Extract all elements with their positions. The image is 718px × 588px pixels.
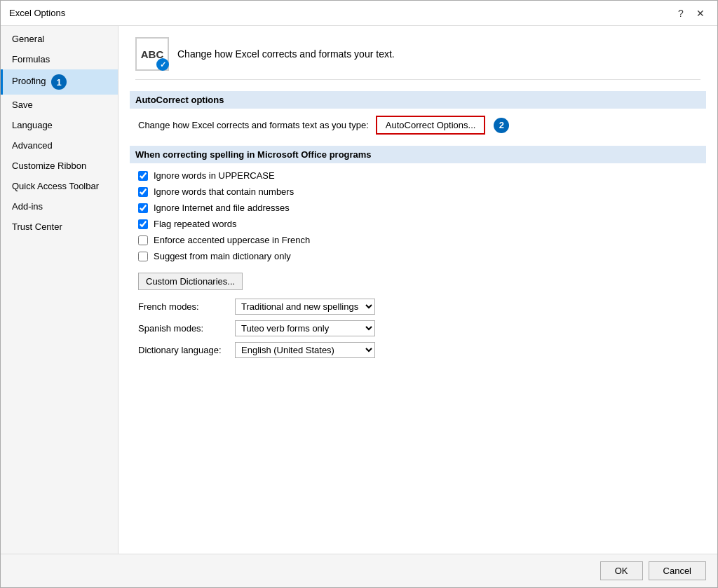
spelling-section-body: Ignore words in UPPERCASE Ignore words t… (135, 170, 700, 358)
excel-options-dialog: Excel Options ? ✕ General Formulas Proof… (0, 0, 718, 588)
help-button[interactable]: ? (672, 5, 689, 22)
checkbox-uppercase-label: Ignore words in UPPERCASE (154, 170, 275, 181)
spelling-section-header: When correcting spelling in Microsoft Of… (130, 146, 706, 163)
checkbox-numbers: Ignore words that contain numbers (138, 186, 698, 197)
autocorrect-row: Change how Excel corrects and formats te… (138, 116, 698, 135)
autocorrect-section-header: AutoCorrect options (130, 91, 706, 109)
dialog-title: Excel Options (9, 8, 65, 18)
dictionary-language-select[interactable]: English (United States) English (United … (235, 342, 375, 358)
proofing-badge: 1 (51, 74, 67, 90)
sidebar-item-save[interactable]: Save (1, 95, 118, 115)
french-modes-select[interactable]: Traditional and new spellings Traditiona… (235, 299, 375, 315)
custom-dictionaries-button[interactable]: Custom Dictionaries... (138, 273, 243, 290)
checkbox-uppercase-input[interactable] (138, 171, 148, 181)
main-content: General Formulas Proofing 1 Save Languag… (1, 26, 717, 554)
sidebar-item-general[interactable]: General (1, 29, 118, 49)
spanish-modes-row: Spanish modes: Tuteo verb forms only Vos… (138, 320, 698, 336)
spanish-modes-label: Spanish modes: (138, 323, 229, 334)
checkbox-dictionary-input[interactable] (138, 252, 148, 261)
sidebar-item-formulas[interactable]: Formulas (1, 49, 118, 69)
checkbox-uppercase: Ignore words in UPPERCASE (138, 170, 698, 181)
sidebar-item-advanced[interactable]: Advanced (1, 135, 118, 156)
checkbox-internet-input[interactable] (138, 203, 148, 213)
checkbox-repeated-input[interactable] (138, 219, 148, 229)
dictionary-language-label: Dictionary language: (138, 345, 229, 355)
checkbox-dictionary: Suggest from main dictionary only (138, 251, 698, 261)
sidebar-item-language[interactable]: Language (1, 115, 118, 135)
checkbox-internet: Ignore Internet and file addresses (138, 203, 698, 213)
sidebar-item-proofing[interactable]: Proofing 1 (1, 69, 118, 95)
content-header: ABC ✓ Change how Excel corrects and form… (135, 37, 700, 80)
abc-check-icon: ✓ (156, 58, 169, 71)
checkbox-repeated-label: Flag repeated words (154, 219, 237, 229)
french-modes-row: French modes: Traditional and new spelli… (138, 299, 698, 315)
abc-icon: ABC ✓ (135, 37, 169, 71)
sidebar-item-trust-center[interactable]: Trust Center (1, 217, 118, 237)
autocorrect-section-body: Change how Excel corrects and formats te… (135, 116, 700, 135)
title-bar-buttons: ? ✕ (672, 5, 709, 22)
checkbox-french-label: Enforce accented uppercase in French (154, 235, 310, 245)
dictionary-language-row: Dictionary language: English (United Sta… (138, 342, 698, 358)
sidebar: General Formulas Proofing 1 Save Languag… (1, 26, 118, 554)
content-panel: ABC ✓ Change how Excel corrects and form… (118, 26, 717, 554)
checkbox-french-input[interactable] (138, 235, 148, 245)
autocorrect-badge: 2 (494, 118, 509, 133)
content-header-text: Change how Excel corrects and formats yo… (177, 48, 395, 60)
autocorrect-label: Change how Excel corrects and formats te… (138, 120, 369, 130)
ok-button[interactable]: OK (600, 561, 643, 580)
close-button[interactable]: ✕ (692, 5, 709, 22)
checkbox-french: Enforce accented uppercase in French (138, 235, 698, 245)
checkbox-repeated: Flag repeated words (138, 219, 698, 229)
checkbox-numbers-label: Ignore words that contain numbers (154, 186, 294, 197)
checkbox-dictionary-label: Suggest from main dictionary only (154, 251, 291, 261)
sidebar-item-quick-access-toolbar[interactable]: Quick Access Toolbar (1, 176, 118, 196)
checkbox-internet-label: Ignore Internet and file addresses (154, 203, 290, 213)
sidebar-item-customize-ribbon[interactable]: Customize Ribbon (1, 156, 118, 176)
sidebar-item-add-ins[interactable]: Add-ins (1, 196, 118, 217)
cancel-button[interactable]: Cancel (649, 561, 706, 580)
autocorrect-options-button[interactable]: AutoCorrect Options... (376, 116, 486, 135)
french-modes-label: French modes: (138, 301, 229, 312)
footer: OK Cancel (1, 554, 717, 587)
spanish-modes-select[interactable]: Tuteo verb forms only Voseo verb forms o… (235, 320, 375, 336)
title-bar: Excel Options ? ✕ (1, 1, 717, 26)
checkbox-numbers-input[interactable] (138, 187, 148, 197)
